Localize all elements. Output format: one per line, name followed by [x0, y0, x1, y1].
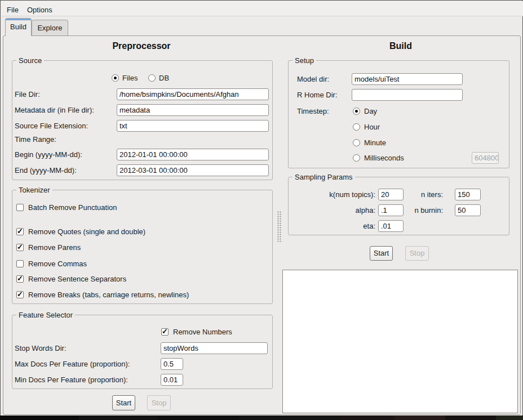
checkbox-label: Remove Commas	[28, 260, 87, 268]
checkbox-remove-commas[interactable]: Remove Commas	[16, 260, 87, 268]
eta-label: eta:	[288, 222, 375, 230]
checkbox-icon	[16, 228, 24, 235]
stop-words-dir-input[interactable]: stopWords	[161, 342, 268, 354]
checkbox-batch-remove-punctuation[interactable]: Batch Remove Punctuation	[16, 203, 117, 212]
db-radio-label: DB	[159, 74, 169, 82]
file-dir-label: File Dir:	[15, 90, 40, 99]
n-iters-input[interactable]: 150	[455, 189, 481, 200]
stop-words-dir-label: Stop Words Dir:	[15, 344, 67, 352]
split-pane-divider[interactable]	[277, 211, 282, 243]
n-iters-label: n iters:	[395, 190, 443, 199]
preprocessor-stop-button: Stop	[147, 395, 171, 410]
source-group-title: Source	[16, 56, 44, 65]
checkbox-label: Batch Remove Punctuation	[28, 203, 117, 212]
feature-selector-group-title: Feature Selector	[16, 311, 75, 319]
preprocessor-title: Preprocessor	[85, 41, 198, 51]
app-window: File Options Explore Build Preprocessor …	[0, 0, 523, 415]
source-file-extension-label: Source File Extension:	[15, 122, 88, 130]
preprocessor-start-button[interactable]: Start	[112, 395, 135, 410]
tokenizer-group-title: Tokenizer	[16, 186, 52, 194]
build-stop-button: Stop	[405, 246, 429, 261]
max-docs-per-feature-input[interactable]: 0.5	[161, 358, 183, 370]
min-docs-per-feature-input[interactable]: 0.01	[161, 374, 183, 386]
build-title: Build	[344, 41, 457, 51]
checkbox-label: Remove Sentence Separators	[28, 275, 126, 283]
checkbox-icon	[16, 275, 24, 283]
checkbox-remove-breaks[interactable]: Remove Breaks (tabs, carriage returns, n…	[16, 291, 189, 299]
checkbox-label: Remove Quotes (single and double)	[28, 227, 145, 236]
db-radio-icon	[148, 74, 156, 82]
metadata-dir-input[interactable]: metadata	[117, 104, 269, 116]
setup-group-title: Setup	[292, 56, 316, 65]
source-radio-db[interactable]: DB	[148, 74, 169, 82]
model-dir-input[interactable]: models/uiTest	[352, 73, 463, 85]
build-output-area[interactable]	[282, 270, 518, 413]
build-start-button[interactable]: Start	[370, 246, 393, 261]
sampling-params-group-title: Sampling Params	[292, 173, 355, 181]
menu-options[interactable]: Options	[25, 5, 55, 15]
max-docs-per-feature-label: Max Docs Per Feature (proportion):	[15, 360, 130, 368]
minute-radio-icon	[353, 139, 360, 146]
files-radio-label: Files	[122, 74, 138, 82]
timestep-radio-hour[interactable]: Hour	[353, 123, 380, 131]
min-docs-per-feature-label: Min Docs Per Feature (proportion):	[15, 376, 128, 384]
file-dir-input[interactable]: /home/bsimpkins/Documents/Afghan	[117, 88, 269, 100]
tab-build[interactable]: Build	[5, 18, 32, 36]
checkbox-label: Remove Parens	[28, 243, 81, 252]
r-home-dir-input[interactable]	[352, 89, 463, 101]
day-radio-icon	[353, 108, 360, 115]
checkbox-label: Remove Numbers	[173, 328, 232, 336]
k-num-topics-label: k(num topics):	[288, 190, 375, 199]
minute-radio-label: Minute	[364, 138, 386, 147]
tab-explore[interactable]: Explore	[32, 20, 68, 36]
timestep-label: Timestep:	[297, 107, 329, 115]
checkbox-icon	[16, 244, 24, 251]
milliseconds-value-input: 604800	[472, 152, 499, 164]
timestep-radio-minute[interactable]: Minute	[353, 138, 386, 147]
source-radio-files[interactable]: Files	[112, 74, 138, 82]
eta-input[interactable]: .01	[378, 220, 404, 232]
checkbox-icon	[161, 328, 169, 336]
day-radio-label: Day	[364, 107, 377, 115]
checkbox-icon	[16, 204, 24, 211]
model-dir-label: Model dir:	[297, 75, 329, 83]
time-range-label: Time Range:	[15, 135, 56, 144]
menu-bar: File Options	[1, 1, 523, 16]
milliseconds-radio-label: Milliseconds	[364, 154, 404, 162]
hour-radio-icon	[353, 123, 360, 131]
milliseconds-radio-icon	[353, 154, 360, 162]
timestep-radio-milliseconds[interactable]: Milliseconds	[353, 154, 404, 162]
source-file-extension-input[interactable]: txt	[117, 120, 269, 132]
checkbox-icon	[16, 291, 24, 298]
checkbox-remove-sentence-separators[interactable]: Remove Sentence Separators	[16, 275, 126, 283]
tab-build-label: Build	[10, 23, 26, 31]
hour-radio-label: Hour	[364, 123, 380, 131]
tab-explore-label: Explore	[37, 24, 62, 32]
alpha-label: alpha:	[288, 206, 375, 215]
metadata-dir-label: Metadata dir (in File dir):	[15, 106, 94, 114]
begin-date-label: Begin (yyyy-MM-dd):	[15, 150, 82, 159]
begin-date-input[interactable]: 2012-01-01 00:00:00	[117, 149, 269, 160]
taskbar-strip	[0, 415, 523, 420]
selected-tab-accent	[6, 19, 31, 20]
checkbox-remove-parens[interactable]: Remove Parens	[16, 243, 81, 252]
end-date-label: End (yyyy-MM-dd):	[15, 166, 77, 175]
end-date-input[interactable]: 2012-03-01 00:00:00	[117, 164, 269, 176]
n-burnin-label: n burnin:	[395, 206, 443, 215]
checkbox-remove-numbers[interactable]: Remove Numbers	[161, 328, 232, 336]
checkbox-remove-quotes[interactable]: Remove Quotes (single and double)	[16, 227, 145, 236]
n-burnin-input[interactable]: 50	[455, 204, 481, 216]
checkbox-label: Remove Breaks (tabs, carriage returns, n…	[28, 291, 189, 299]
files-radio-icon	[112, 74, 119, 82]
menu-file[interactable]: File	[5, 5, 21, 15]
checkbox-icon	[16, 260, 24, 267]
timestep-radio-day[interactable]: Day	[353, 107, 377, 115]
r-home-dir-label: R Home Dir:	[297, 91, 338, 99]
